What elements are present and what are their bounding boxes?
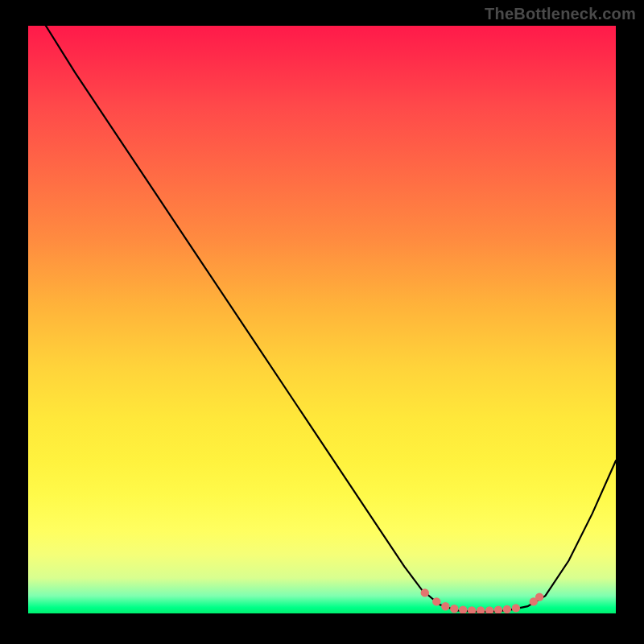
- plot-area: [28, 26, 616, 613]
- bottleneck-curve: [28, 26, 616, 613]
- optimal-marker-dot: [441, 602, 449, 610]
- optimal-marker-dot: [512, 604, 520, 612]
- optimal-marker-dot: [432, 597, 440, 605]
- optimal-marker-dot: [459, 605, 467, 613]
- optimal-markers: [421, 588, 544, 613]
- watermark-text: TheBottleneck.com: [485, 5, 636, 23]
- optimal-marker-dot: [421, 588, 429, 597]
- optimal-marker-dot: [477, 606, 485, 613]
- optimal-marker-dot: [450, 605, 458, 613]
- curve-path: [46, 26, 616, 612]
- optimal-marker-dot: [494, 605, 502, 613]
- optimal-marker-dot: [535, 592, 543, 601]
- chart-container: TheBottleneck.com: [0, 0, 644, 644]
- optimal-marker-dot: [503, 605, 511, 613]
- optimal-marker-dot: [485, 606, 493, 613]
- optimal-marker-dot: [468, 606, 476, 613]
